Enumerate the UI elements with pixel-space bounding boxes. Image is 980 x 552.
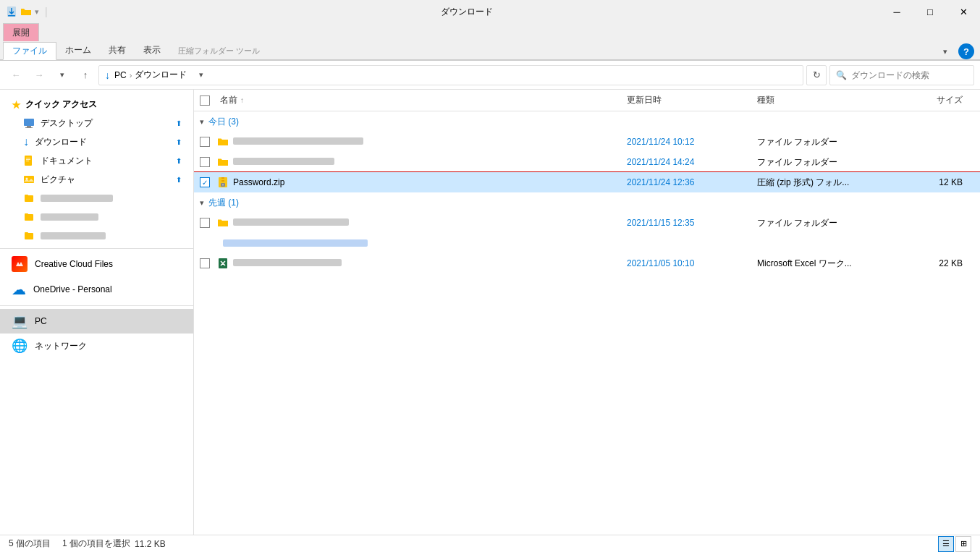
sidebar-item-desktop[interactable]: デスクトップ ⬆ — [0, 114, 193, 132]
file-name-3: Password.zip — [233, 177, 627, 187]
file-size-3: 12 KB — [902, 177, 974, 187]
tab-view-label: 表示 — [143, 44, 161, 56]
sidebar-documents-label: ドキュメント — [41, 155, 93, 167]
sidebar-blurred-1 — [0, 189, 193, 208]
sidebar-item-documents[interactable]: ドキュメント ⬆ — [0, 151, 193, 170]
table-row[interactable] — [194, 233, 980, 253]
table-row[interactable]: 2021/11/05 10:10 Microsoft Excel ワーク... … — [194, 253, 980, 273]
window-title: ダウンロード — [441, 6, 493, 18]
sort-icon: ↑ — [240, 96, 244, 104]
pc-icon: 💻 — [12, 313, 28, 329]
col-size-header[interactable]: サイズ — [902, 94, 974, 106]
svg-rect-1 — [8, 15, 15, 17]
tab-expand[interactable]: 展開 — [3, 23, 39, 42]
sidebar-desktop-label: デスクトップ — [41, 117, 93, 129]
minimize-button[interactable]: ─ — [880, 0, 913, 23]
svg-rect-12 — [25, 195, 28, 196]
file-size-5: 22 KB — [902, 258, 974, 268]
pin-icon-desktop: ⬆ — [176, 119, 182, 127]
title-bar-dropdown[interactable]: ▾ — [35, 7, 39, 17]
file-type-2: ファイル フォルダー — [757, 156, 902, 169]
svg-rect-13 — [25, 214, 33, 221]
title-bar-left: ▾ | — [0, 0, 54, 23]
col-check-header — [200, 95, 217, 106]
svg-rect-15 — [25, 233, 33, 239]
pictures-icon — [23, 174, 35, 185]
quick-access-folder-icon[interactable] — [20, 6, 32, 17]
expand-tab-label: 展開 — [12, 27, 30, 39]
checkbox-4[interactable] — [200, 218, 210, 228]
blurred-name-1 — [233, 137, 363, 145]
table-row[interactable]: 2021/11/24 10:12 ファイル フォルダー — [194, 132, 980, 152]
svg-rect-16 — [25, 232, 28, 234]
sidebar-item-onedrive[interactable]: ☁ OneDrive - Personal — [0, 276, 193, 302]
tab-file-label: ファイル — [12, 45, 47, 57]
table-row[interactable]: ✓ Password.zip 2021/11/24 12:36 圧縮 (zip … — [194, 172, 980, 192]
blurred-name-5 — [233, 259, 342, 266]
tab-file[interactable]: ファイル — [3, 42, 56, 60]
network-label: ネットワーク — [35, 340, 87, 352]
forward-button[interactable]: → — [29, 65, 49, 85]
back-button[interactable]: ← — [6, 65, 26, 85]
sidebar: ★ クイック アクセス デスクトップ ⬆ ↓ ダウンロード ⬆ — [0, 90, 194, 535]
close-button[interactable]: ✕ — [947, 0, 980, 23]
sidebar-item-pc[interactable]: 💻 PC — [0, 309, 193, 334]
onedrive-label: OneDrive - Personal — [33, 284, 112, 294]
address-bar[interactable]: ↓ PC › ダウンロード ▾ — [98, 65, 803, 85]
dropdown-button[interactable]: ▾ — [52, 65, 72, 85]
refresh-button[interactable]: ↻ — [806, 65, 827, 85]
sidebar-item-downloads[interactable]: ↓ ダウンロード ⬆ — [0, 132, 193, 151]
file-type-5: Microsoft Excel ワーク... — [757, 258, 902, 270]
checkbox-3[interactable]: ✓ — [200, 177, 210, 187]
breadcrumb-pc[interactable]: PC — [114, 70, 127, 80]
view-details-button[interactable]: ☰ — [938, 536, 954, 552]
row-check-3[interactable]: ✓ — [200, 177, 217, 187]
col-date-header[interactable]: 更新日時 — [627, 94, 757, 106]
col-type-header[interactable]: 種類 — [757, 94, 902, 106]
tab-share[interactable]: 共有 — [100, 41, 135, 59]
row-check-5[interactable] — [200, 258, 217, 268]
zip-icon — [217, 177, 229, 188]
checkbox-5[interactable] — [200, 258, 210, 268]
section-lastweek-arrow[interactable]: ▾ — [200, 198, 204, 208]
sidebar-item-pictures[interactable]: ピクチャ ⬆ — [0, 170, 193, 189]
maximize-button[interactable]: □ — [913, 0, 947, 23]
tab-home[interactable]: ホーム — [56, 41, 100, 59]
search-input[interactable] — [851, 70, 968, 80]
row-check-4[interactable] — [200, 218, 217, 228]
search-bar[interactable]: 🔍 — [829, 65, 974, 85]
svg-rect-14 — [25, 213, 28, 215]
address-breadcrumb: PC › ダウンロード — [114, 69, 187, 81]
row-check-2[interactable] — [200, 157, 217, 167]
folder-icon-2 — [217, 156, 229, 168]
file-name-1 — [233, 137, 627, 147]
row-check-1[interactable] — [200, 137, 217, 147]
up-button[interactable]: ↑ — [75, 65, 96, 85]
address-dropdown-button[interactable]: ▾ — [191, 65, 211, 85]
view-tiles-button[interactable]: ⊞ — [955, 536, 971, 552]
pin-icon-downloads: ⬆ — [176, 138, 182, 146]
table-row[interactable]: 2021/11/24 14:24 ファイル フォルダー — [194, 152, 980, 172]
quick-access-download-icon[interactable] — [6, 6, 17, 17]
help-button[interactable]: ? — [958, 43, 974, 59]
checkbox-2[interactable] — [200, 157, 210, 167]
sidebar-item-creative-cloud[interactable]: Creative Cloud Files — [0, 252, 193, 276]
quick-access-label: クイック アクセス — [25, 98, 97, 111]
breadcrumb-downloads[interactable]: ダウンロード — [135, 69, 187, 81]
table-row[interactable]: 2021/11/15 12:35 ファイル フォルダー — [194, 213, 980, 233]
col-name-header[interactable]: 名前 ↑ — [217, 94, 627, 106]
ribbon-collapse-button[interactable]: ▾ — [935, 43, 955, 59]
sidebar-blurred-text-1 — [41, 195, 113, 202]
address-download-icon: ↓ — [105, 69, 110, 81]
svg-rect-11 — [25, 195, 33, 202]
tab-view[interactable]: 表示 — [135, 41, 169, 59]
section-today-arrow[interactable]: ▾ — [200, 117, 204, 127]
sidebar-item-network[interactable]: 🌐 ネットワーク — [0, 334, 193, 358]
sidebar-blurred-text-2 — [41, 213, 98, 221]
file-date-4: 2021/11/15 12:35 — [627, 218, 757, 228]
file-date-2: 2021/11/24 14:24 — [627, 157, 757, 167]
header-checkbox[interactable] — [200, 95, 210, 106]
section-lastweek: ▾ 先週 (1) — [194, 192, 980, 213]
file-type-4: ファイル フォルダー — [757, 217, 902, 229]
checkbox-1[interactable] — [200, 137, 210, 147]
